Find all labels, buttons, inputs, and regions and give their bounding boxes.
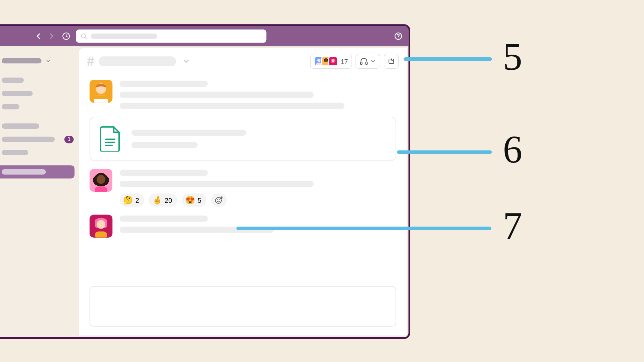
canvas-button[interactable] — [384, 54, 399, 69]
sidebar-item[interactable] — [0, 74, 79, 87]
help-button[interactable] — [393, 31, 403, 41]
add-reaction-button[interactable] — [211, 193, 227, 206]
callout-line — [397, 150, 492, 154]
text-line — [119, 103, 344, 109]
history-button[interactable] — [61, 31, 71, 41]
members-button[interactable]: 17 — [310, 54, 352, 69]
svg-point-13 — [332, 59, 334, 62]
emoji-fingers-crossed-icon: 🤞 — [152, 196, 162, 204]
svg-point-30 — [217, 199, 218, 200]
sidebar-section-header[interactable] — [0, 54, 79, 67]
chevron-down-icon[interactable] — [182, 57, 190, 65]
hash-icon: # — [87, 54, 94, 69]
svg-point-6 — [317, 59, 321, 62]
message[interactable]: 🤔 2 🤞 20 😍 5 — [90, 169, 396, 207]
svg-rect-36 — [95, 231, 107, 237]
sidebar-item[interactable] — [0, 100, 79, 113]
document-icon — [100, 126, 121, 152]
channel-name[interactable] — [99, 56, 176, 66]
message[interactable] — [90, 215, 396, 237]
nav-back-button[interactable] — [34, 31, 43, 41]
sidebar-item-active[interactable] — [0, 165, 74, 178]
svg-rect-22 — [94, 96, 108, 99]
chevron-down-icon — [45, 58, 51, 64]
message-list: 🤔 2 🤞 20 😍 5 — [79, 74, 407, 281]
text-line — [119, 181, 314, 187]
canvas-icon — [388, 57, 395, 66]
message[interactable] — [90, 80, 396, 109]
svg-point-29 — [216, 197, 222, 203]
top-bar — [0, 26, 409, 46]
emoji-heart-eyes-icon: 😍 — [185, 196, 195, 204]
callout-line — [236, 227, 491, 230]
chevron-down-icon — [370, 58, 376, 64]
svg-point-27 — [97, 175, 105, 184]
message-composer[interactable] — [90, 286, 396, 326]
svg-rect-28 — [95, 186, 107, 192]
reaction[interactable]: 🤞 20 — [149, 193, 177, 206]
file-attachment[interactable] — [90, 117, 396, 161]
channel-pane: # 17 — [79, 48, 407, 335]
file-title — [131, 130, 246, 136]
unread-badge: 1 — [64, 135, 73, 143]
add-emoji-icon — [215, 196, 223, 204]
headphones-icon — [360, 57, 368, 66]
file-meta — [131, 142, 198, 148]
nav-arrows — [34, 31, 56, 41]
text-line — [119, 216, 208, 222]
sidebar-item[interactable]: 1 — [0, 133, 79, 146]
reactions-bar: 🤔 2 🤞 20 😍 5 — [119, 193, 396, 206]
svg-rect-15 — [366, 62, 367, 65]
huddle-button[interactable] — [356, 54, 380, 69]
avatar — [90, 215, 112, 237]
svg-rect-14 — [361, 62, 362, 65]
svg-rect-7 — [316, 63, 322, 65]
avatar — [328, 56, 338, 66]
svg-point-10 — [325, 59, 327, 62]
reaction[interactable]: 🤔 2 — [119, 193, 144, 206]
reaction[interactable]: 😍 5 — [182, 193, 207, 206]
sidebar-item[interactable] — [0, 119, 79, 132]
emoji-thinking-icon: 🤔 — [123, 196, 133, 204]
callout-line — [404, 57, 492, 61]
svg-point-35 — [97, 220, 105, 229]
reaction-count: 20 — [165, 196, 172, 204]
callout-number: 5 — [503, 35, 522, 79]
search-placeholder — [91, 34, 157, 39]
nav-forward-button[interactable] — [47, 31, 56, 41]
callout-number: 6 — [503, 127, 522, 172]
svg-point-4 — [398, 38, 398, 38]
avatar — [90, 169, 112, 192]
avatar — [90, 80, 112, 103]
svg-line-2 — [85, 37, 86, 39]
text-line — [119, 92, 314, 98]
svg-point-31 — [219, 199, 220, 200]
channel-header: # 17 — [79, 48, 407, 74]
callout-number: 7 — [503, 204, 522, 248]
member-avatars — [314, 56, 338, 66]
search-bar[interactable] — [76, 29, 266, 43]
text-line — [119, 81, 208, 87]
sidebar-item[interactable] — [0, 87, 79, 100]
sidebar: 1 — [0, 46, 79, 337]
reaction-count: 2 — [136, 196, 139, 204]
slack-window: 1 # — [0, 24, 410, 339]
text-line — [119, 170, 208, 176]
member-count: 17 — [341, 58, 348, 65]
reaction-count: 5 — [198, 196, 201, 204]
sidebar-item[interactable] — [0, 146, 79, 159]
